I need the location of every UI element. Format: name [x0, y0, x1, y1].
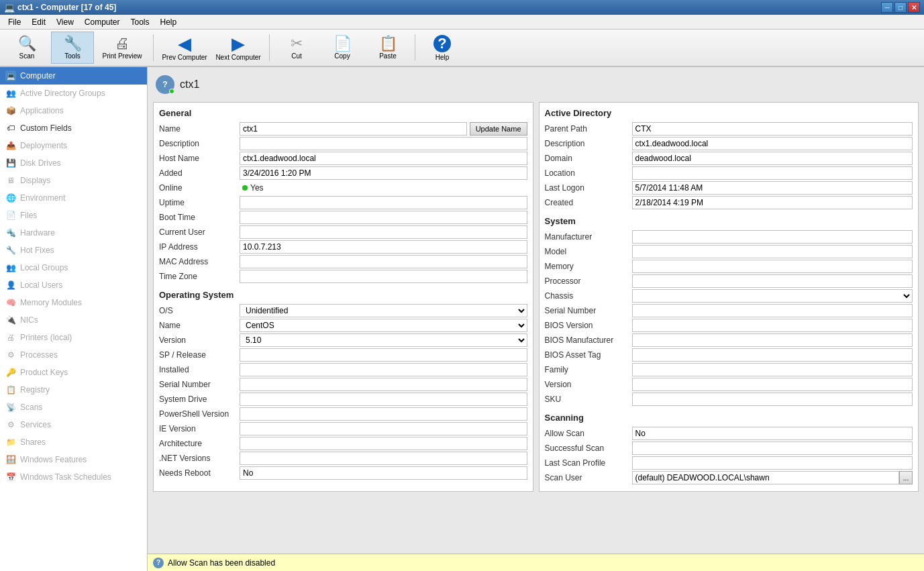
hostname-field[interactable] — [240, 152, 527, 165]
sidebar-item-computer[interactable]: 💻 Computer — [0, 67, 147, 85]
next-computer-button[interactable]: ▶ Next Computer — [213, 32, 264, 64]
ip-address-label: IP Address — [159, 242, 240, 252]
chassis-select[interactable] — [633, 290, 913, 302]
maximize-button[interactable]: □ — [894, 2, 907, 13]
last-scan-profile-field[interactable] — [632, 456, 913, 470]
created-label: Created — [545, 198, 632, 207]
ip-address-field[interactable] — [240, 240, 527, 254]
sidebar-label-product-keys: Product Keys — [20, 368, 68, 377]
menu-view[interactable]: View — [51, 16, 79, 28]
tools-button[interactable]: 🔧 Tools — [51, 32, 94, 64]
mac-address-field[interactable] — [240, 255, 527, 268]
name-row: Name Update Name — [159, 122, 527, 136]
os-select[interactable]: Unidentified — [240, 305, 527, 317]
manufacturer-label: Manufacturer — [545, 232, 632, 242]
update-name-button[interactable]: Update Name — [470, 122, 527, 136]
ad-description-label: Description — [545, 139, 632, 148]
online-status-dot — [169, 89, 174, 94]
print-preview-button[interactable]: 🖨 Print Preview — [97, 32, 148, 64]
sku-field[interactable] — [632, 393, 913, 406]
net-versions-field[interactable] — [240, 452, 527, 465]
sidebar-item-services: ⚙ Services — [0, 416, 147, 433]
ad-groups-icon: 👥 — [5, 88, 16, 99]
ad-description-field[interactable] — [632, 137, 913, 150]
family-field[interactable] — [632, 363, 913, 376]
sidebar-label-hardware: Hardware — [20, 228, 55, 238]
version-select[interactable]: 5.10 — [240, 334, 527, 346]
prev-computer-button[interactable]: ◀ Prev Computer — [159, 32, 210, 64]
sys-version-field[interactable] — [632, 378, 913, 391]
scanning-title: Scanning — [545, 413, 913, 423]
os-name-select[interactable]: CentOS — [240, 319, 527, 331]
created-field[interactable] — [632, 196, 913, 209]
time-zone-row: Time Zone — [159, 270, 527, 283]
domain-field[interactable] — [632, 152, 913, 165]
sidebar-item-local-groups: 👥 Local Groups — [0, 259, 147, 276]
parent-path-field[interactable] — [632, 122, 913, 136]
scan-button[interactable]: 🔍 Scan — [5, 32, 48, 64]
uptime-field[interactable] — [240, 196, 527, 209]
model-field[interactable] — [632, 245, 913, 258]
sp-release-field[interactable] — [240, 348, 527, 362]
computer-header-icon: ? — [156, 75, 174, 94]
chassis-label: Chassis — [545, 291, 632, 301]
added-label: Added — [159, 168, 240, 178]
status-icon: ? — [153, 558, 164, 568]
time-zone-field[interactable] — [240, 270, 527, 283]
menu-computer[interactable]: Computer — [79, 16, 125, 28]
sidebar-label-environment: Environment — [20, 193, 65, 203]
copy-icon: 📄 — [333, 36, 352, 51]
applications-icon: 📦 — [5, 105, 16, 116]
minimize-button[interactable]: ─ — [881, 2, 893, 13]
cut-button[interactable]: ✂ Cut — [275, 32, 318, 64]
successful-scan-field[interactable] — [632, 442, 913, 455]
menu-help[interactable]: Help — [155, 16, 183, 28]
windows-task-schedules-icon: 📅 — [5, 472, 16, 482]
description-field[interactable] — [240, 137, 527, 150]
sidebar-item-custom-fields[interactable]: 🏷 Custom Fields — [0, 119, 147, 137]
menu-file[interactable]: File — [3, 16, 26, 28]
uptime-row: Uptime — [159, 196, 527, 209]
help-button[interactable]: ? Help — [421, 32, 464, 64]
os-name-label: Name — [159, 321, 240, 330]
sku-label: SKU — [545, 395, 632, 404]
manufacturer-field[interactable] — [632, 230, 913, 244]
menu-tools[interactable]: Tools — [125, 16, 155, 28]
sidebar-label-scans: Scans — [20, 403, 42, 412]
bios-manufacturer-field[interactable] — [632, 333, 913, 347]
description-row: Description — [159, 137, 527, 150]
menu-edit[interactable]: Edit — [26, 16, 51, 28]
location-field[interactable] — [632, 166, 913, 180]
bios-version-field[interactable] — [632, 319, 913, 332]
ps-version-field[interactable] — [240, 407, 527, 421]
bios-asset-tag-field[interactable] — [632, 348, 913, 362]
content-area: ? ctx1 General Name Update Name De — [148, 67, 924, 571]
ie-version-field[interactable] — [240, 422, 527, 435]
scan-user-field[interactable] — [632, 471, 900, 484]
sys-serial-field[interactable] — [632, 304, 913, 317]
needs-reboot-field[interactable] — [240, 466, 527, 480]
sidebar-item-deployments: 📤 Deployments — [0, 137, 147, 154]
memory-field[interactable] — [632, 260, 913, 273]
processor-field[interactable] — [632, 274, 913, 288]
name-field[interactable] — [240, 122, 467, 136]
version-row: Version 5.10 — [159, 333, 527, 347]
system-drive-field[interactable] — [240, 393, 527, 406]
added-field[interactable] — [240, 166, 527, 180]
version-select-wrapper: 5.10 — [240, 333, 527, 347]
installed-field[interactable] — [240, 363, 527, 376]
copy-button[interactable]: 📄 Copy — [321, 32, 364, 64]
os-serial-field[interactable] — [240, 378, 527, 391]
close-button[interactable]: ✕ — [908, 2, 920, 13]
architecture-field[interactable] — [240, 437, 527, 450]
current-user-field[interactable] — [240, 225, 527, 239]
last-logon-field[interactable] — [632, 181, 913, 195]
scan-user-ellipsis-button[interactable]: ... — [899, 471, 913, 484]
sidebar-label-processes: Processes — [20, 350, 58, 360]
boot-time-field[interactable] — [240, 211, 527, 224]
allow-scan-field[interactable] — [632, 427, 913, 440]
installed-row: Installed — [159, 363, 527, 376]
net-versions-row: .NET Versions — [159, 452, 527, 465]
paste-button[interactable]: 📋 Paste — [366, 32, 409, 64]
general-panel: General Name Update Name Description Hos… — [153, 102, 533, 492]
